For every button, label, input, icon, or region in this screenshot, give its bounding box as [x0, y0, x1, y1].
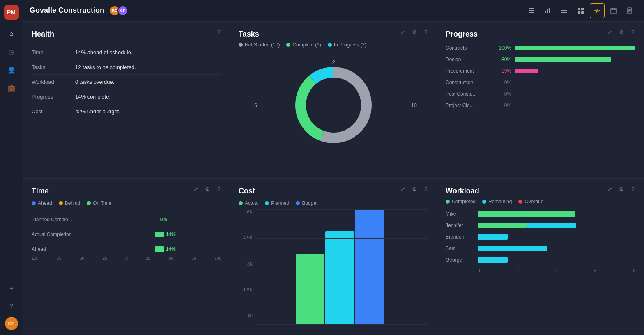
- overdue-dot: [518, 200, 522, 204]
- workload-legend: Completed Remaining Overdue: [446, 199, 635, 204]
- svg-rect-9: [581, 11, 584, 14]
- actual-dot: [239, 201, 243, 205]
- workload-panel: Workload ⤢ ⚙ ? Completed Remaining Overd…: [437, 178, 644, 335]
- complete-dot: [286, 43, 290, 47]
- table-view-button[interactable]: [573, 3, 588, 18]
- workload-bars-jennifer: [478, 223, 635, 228]
- progress-label-construction: Construction: [446, 80, 491, 85]
- sidebar-item-portfolio[interactable]: 💼: [4, 80, 19, 95]
- cost-expand-icon[interactable]: ⤢: [399, 185, 407, 193]
- workload-rows: Mike Jennifer Brandon: [446, 211, 635, 263]
- on-time-dot: [87, 201, 91, 205]
- health-label-tasks: Tasks: [32, 64, 69, 70]
- sidebar-item-team[interactable]: 👤: [4, 62, 19, 77]
- sidebar-item-add[interactable]: ＋: [4, 281, 19, 296]
- workload-bars-george: [478, 257, 635, 263]
- cost-legend: Actual Planned Budget: [239, 200, 428, 206]
- cost-settings-icon[interactable]: ⚙: [410, 185, 419, 193]
- sidebar-item-help[interactable]: ？: [4, 299, 19, 314]
- project-title: Govalle Construction: [30, 6, 104, 15]
- progress-bar-design: [515, 57, 635, 62]
- progress-label-post-constr: Post Constr...: [446, 91, 491, 97]
- time-expand-icon[interactable]: ⤢: [192, 185, 200, 193]
- calendar-view-button[interactable]: [606, 3, 621, 18]
- main-content: Govalle Construction RC GP ☰: [23, 0, 644, 335]
- time-legend-behind: Behind: [59, 200, 80, 206]
- jennifer-remaining-bar: [527, 223, 576, 228]
- svg-rect-5: [561, 12, 567, 13]
- health-help-icon[interactable]: ?: [215, 28, 223, 37]
- time-row-ahead: Ahead 14%: [32, 246, 221, 253]
- workload-legend-overdue: Overdue: [518, 199, 543, 204]
- progress-expand-icon[interactable]: ⤢: [606, 28, 614, 37]
- progress-label-project-clo: Project Clo...: [446, 103, 491, 108]
- time-rows: Planned Comple... 0% Actual Completion: [32, 216, 221, 253]
- workload-help-icon[interactable]: ?: [629, 185, 637, 193]
- progress-actions: ⤢ ⚙ ?: [606, 28, 637, 37]
- tasks-actions: ⤢ ⚙ ?: [399, 28, 430, 37]
- mike-completed-bar: [478, 211, 575, 217]
- health-actions: ?: [215, 28, 223, 37]
- topbar-title: Govalle Construction RC GP: [30, 5, 519, 16]
- svg-rect-4: [561, 10, 567, 11]
- app-logo[interactable]: PM: [4, 5, 19, 20]
- donut-label-left: 6: [254, 102, 257, 108]
- tasks-legend-not-started: Not Started (10): [239, 42, 280, 48]
- time-settings-icon[interactable]: ⚙: [203, 185, 212, 193]
- workload-row-jennifer: Jennifer: [446, 223, 635, 228]
- progress-help-icon[interactable]: ?: [629, 28, 637, 37]
- health-value-cost: 42% under budget.: [75, 108, 120, 115]
- jennifer-completed-bar: [478, 223, 527, 228]
- workload-name-sam: Sam: [446, 246, 474, 251]
- progress-bar-construction: [515, 80, 635, 85]
- time-label-planned: Planned Comple...: [32, 217, 85, 223]
- cost-bar-planned: [325, 231, 354, 324]
- sidebar-item-home[interactable]: ⌂: [4, 26, 19, 41]
- progress-row-project-clo: Project Clo... 0%: [446, 103, 635, 108]
- sam-remaining-bar: [478, 246, 547, 251]
- svg-rect-7: [581, 8, 584, 10]
- progress-label-procurement: Procurement: [446, 68, 491, 74]
- chart-view-button[interactable]: [540, 3, 555, 18]
- progress-pct-project-clo: 0%: [494, 103, 511, 108]
- zero-marker-3: [515, 103, 515, 108]
- health-title: Health: [32, 30, 221, 39]
- workload-expand-icon[interactable]: ⤢: [606, 185, 614, 193]
- progress-bar-project-clo: [515, 103, 635, 108]
- time-bar-area-ahead: 14%: [88, 246, 221, 253]
- cost-bars: [256, 209, 428, 325]
- tasks-settings-icon[interactable]: ⚙: [410, 28, 419, 37]
- progress-bar-fill-design: [515, 57, 611, 62]
- time-pct-planned: 0%: [160, 217, 167, 223]
- pulse-view-button[interactable]: [590, 3, 605, 18]
- cost-bar-budget: [355, 209, 384, 324]
- cost-chart-area: 6K 4.5K 3K 1.5K $0: [239, 209, 428, 326]
- list-view-button[interactable]: ☰: [524, 3, 539, 18]
- sidebar-bottom: ＋ ？ GP: [4, 281, 19, 330]
- health-value-tasks: 12 tasks to be completed.: [75, 64, 136, 70]
- time-help-icon[interactable]: ?: [215, 185, 223, 193]
- doc-view-button[interactable]: [623, 3, 637, 18]
- not-started-dot: [239, 43, 243, 47]
- progress-row-design: Design 80%: [446, 57, 635, 62]
- behind-dot: [59, 201, 63, 205]
- tasks-expand-icon[interactable]: ⤢: [399, 28, 407, 37]
- workload-x-axis: 0 2 4 6 8: [446, 268, 635, 273]
- workload-bars-brandon: [478, 234, 635, 240]
- tasks-legend-complete: Complete (6): [286, 42, 321, 48]
- workload-actions: ⤢ ⚙ ?: [606, 185, 637, 193]
- time-label-actual: Actual Completion: [32, 232, 85, 237]
- cost-help-icon[interactable]: ?: [422, 185, 430, 193]
- svg-rect-10: [611, 8, 616, 14]
- workload-settings-icon[interactable]: ⚙: [617, 185, 626, 193]
- sidebar-item-history[interactable]: ◷: [4, 44, 19, 59]
- progress-settings-icon[interactable]: ⚙: [617, 28, 626, 37]
- time-row-actual: Actual Completion 14%: [32, 231, 221, 238]
- tasks-help-icon[interactable]: ?: [422, 28, 430, 37]
- sidebar-user-avatar[interactable]: GP: [5, 317, 18, 330]
- progress-label-design: Design: [446, 57, 491, 62]
- align-view-button[interactable]: [557, 3, 572, 18]
- zero-marker-2: [515, 92, 515, 96]
- time-label-ahead: Ahead: [32, 246, 85, 252]
- progress-row-procurement: Procurement 19%: [446, 68, 635, 74]
